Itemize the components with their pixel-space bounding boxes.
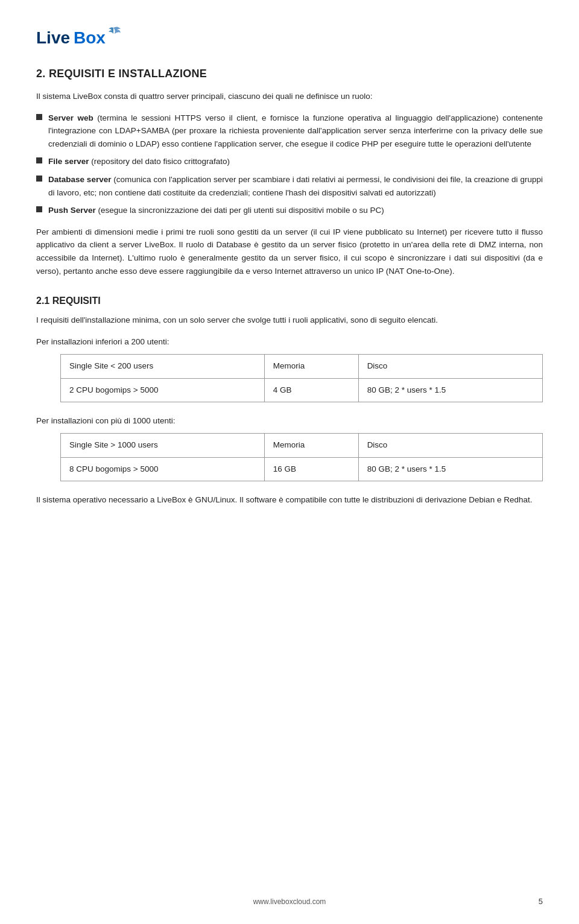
table-cell: 8 CPU bogomips > 5000 xyxy=(61,457,265,481)
para-1: Per ambienti di dimensioni medie i primi… xyxy=(36,226,543,277)
bullet-icon xyxy=(36,114,42,120)
table-cell: Memoria xyxy=(264,434,358,457)
list-item: Server web (termina le sessioni HTTPS ve… xyxy=(36,112,543,151)
closing-para: Il sistema operativo necessario a LiveBo… xyxy=(36,493,543,507)
subsection-2-1-heading: 2.1 REQUISITI xyxy=(36,296,543,306)
logo: Live Box xyxy=(36,24,121,49)
text-push-server: (esegue la sincronizzazione dei dati per… xyxy=(98,206,384,215)
table-cell: 80 GB; 2 * users * 1.5 xyxy=(358,378,542,402)
table-cell: 2 CPU bogomips > 5000 xyxy=(61,378,265,402)
table-200-users: Single Site < 200 users Memoria Disco 2 … xyxy=(60,354,543,402)
text-server-web: (termina le sessioni HTTPS verso il clie… xyxy=(48,113,543,148)
section-2-heading: 2. REQUISITI E INSTALLAZIONE xyxy=(36,68,543,80)
footer-url: www.liveboxcloud.com xyxy=(253,897,326,906)
bullet-icon xyxy=(36,157,42,163)
header: Live Box xyxy=(36,24,543,49)
page-container: Live Box 2. REQUISITI E INSTALLAZIONE Il… xyxy=(0,0,579,924)
term-push-server: Push Server xyxy=(48,206,96,215)
table-cell: Disco xyxy=(358,355,542,378)
table-row: 8 CPU bogomips > 5000 16 GB 80 GB; 2 * u… xyxy=(61,457,543,481)
table2-label: Per installazioni con più di 1000 utenti… xyxy=(36,414,543,428)
table-cell: Disco xyxy=(358,434,542,457)
svg-text:Live: Live xyxy=(36,28,70,47)
footer: www.liveboxcloud.com xyxy=(0,897,579,906)
term-server-web: Server web xyxy=(48,113,93,122)
bullet-icon xyxy=(36,176,42,182)
table-row: Single Site < 200 users Memoria Disco xyxy=(61,355,543,378)
livebox-logo-svg: Live Box xyxy=(36,24,121,49)
table-cell: Single Site < 200 users xyxy=(61,355,265,378)
subsection-intro: I requisiti dell'installazione minima, c… xyxy=(36,314,543,327)
text-file-server: (repository del dato fisico crittografat… xyxy=(91,157,230,166)
table-cell: 16 GB xyxy=(264,457,358,481)
table-row: Single Site > 1000 users Memoria Disco xyxy=(61,434,543,457)
term-database-server: Database server xyxy=(48,175,111,184)
table-cell: 80 GB; 2 * users * 1.5 xyxy=(358,457,542,481)
svg-text:Box: Box xyxy=(74,28,106,47)
text-database-server: (comunica con l'application server per s… xyxy=(48,175,543,197)
footer-page-number: 5 xyxy=(539,897,543,906)
list-item: File server (repository del dato fisico … xyxy=(36,155,543,168)
section-2-intro: Il sistema LiveBox consta di quattro ser… xyxy=(36,90,543,103)
table1-label: Per installazioni inferiori a 200 utenti… xyxy=(36,335,543,349)
table-cell: Single Site > 1000 users xyxy=(61,434,265,457)
table-1000-users: Single Site > 1000 users Memoria Disco 8… xyxy=(60,433,543,481)
table-row: 2 CPU bogomips > 5000 4 GB 80 GB; 2 * us… xyxy=(61,378,543,402)
bullet-icon xyxy=(36,206,42,212)
list-item: Database server (comunica con l'applicat… xyxy=(36,173,543,199)
bullet-list: Server web (termina le sessioni HTTPS ve… xyxy=(36,112,543,217)
term-file-server: File server xyxy=(48,157,89,166)
table-cell: 4 GB xyxy=(264,378,358,402)
list-item: Push Server (esegue la sincronizzazione … xyxy=(36,204,543,217)
table-cell: Memoria xyxy=(264,355,358,378)
